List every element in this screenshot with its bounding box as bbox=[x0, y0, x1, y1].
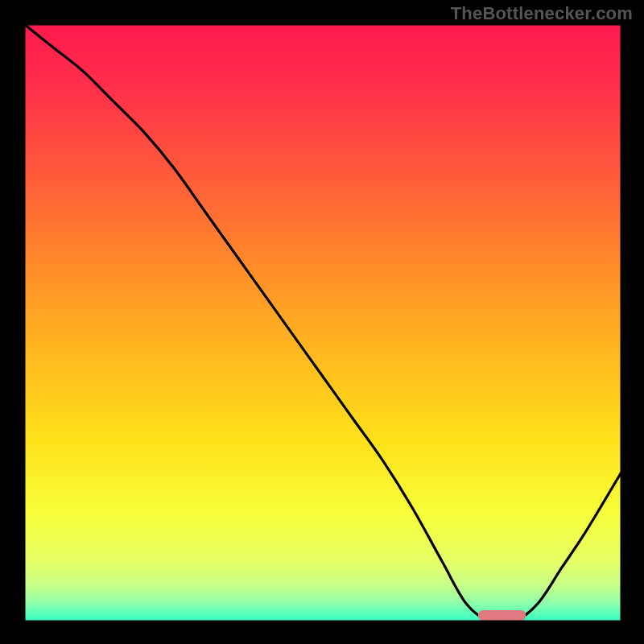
bottleneck-chart bbox=[0, 0, 644, 644]
optimal-range-marker bbox=[478, 610, 526, 621]
chart-stage: TheBottlenecker.com bbox=[0, 0, 644, 644]
gradient-background bbox=[24, 24, 621, 621]
watermark-label: TheBottlenecker.com bbox=[451, 3, 633, 24]
